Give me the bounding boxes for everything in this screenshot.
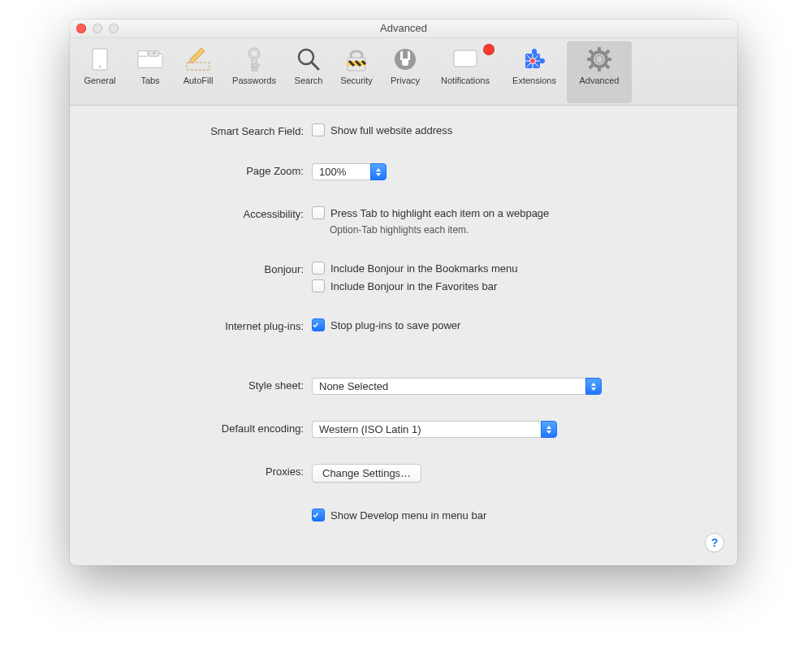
tab-highlight-checkbox[interactable]	[312, 206, 325, 219]
svg-point-29	[530, 58, 536, 64]
accessibility-label: Accessibility:	[94, 206, 312, 220]
passwords-icon	[241, 46, 267, 72]
svg-point-40	[596, 56, 603, 63]
extensions-icon	[521, 46, 547, 72]
tab-general[interactable]: General	[73, 41, 127, 103]
svg-line-15	[312, 63, 318, 69]
svg-rect-25	[454, 50, 477, 67]
bonjour-favorites-row[interactable]: Include Bonjour in the Favorites bar	[312, 279, 497, 292]
titlebar: Advanced	[70, 19, 737, 38]
tab-autofill[interactable]: AutoFill	[174, 41, 222, 103]
stepper-icon	[585, 378, 602, 395]
show-full-address-row[interactable]: Show full website address	[312, 123, 452, 136]
page-zoom-label: Page Zoom:	[94, 163, 312, 177]
autofill-icon	[185, 46, 211, 72]
tab-extensions[interactable]: Extensions	[502, 41, 567, 103]
tab-label: Security	[340, 76, 373, 85]
stylesheet-select[interactable]: None Selected	[312, 378, 602, 395]
accessibility-hint: Option-Tab highlights each item.	[330, 224, 469, 236]
tabs-icon: +	[137, 46, 163, 72]
tab-search[interactable]: Search	[286, 41, 331, 103]
tab-label: Search	[295, 76, 323, 85]
window-title: Advanced	[380, 22, 427, 34]
bonjour-favorites-label: Include Bonjour in the Favorites bar	[330, 280, 497, 292]
svg-rect-6	[187, 63, 209, 70]
change-settings-label: Change Settings…	[322, 467, 411, 479]
tab-notifications[interactable]: Notifications	[429, 41, 502, 103]
advanced-icon	[586, 46, 612, 72]
svg-rect-13	[252, 68, 257, 71]
help-icon: ?	[711, 536, 719, 549]
tab-label: Passwords	[232, 76, 276, 85]
tab-security[interactable]: Security	[331, 41, 382, 103]
tab-tabs[interactable]: + Tabs	[127, 41, 174, 103]
advanced-pane: Smart Search Field: Show full website ad…	[70, 106, 737, 546]
bonjour-bookmarks-checkbox[interactable]	[312, 262, 325, 275]
stop-plugins-label: Stop plug-ins to save power	[330, 319, 460, 331]
stop-plugins-row[interactable]: Stop plug-ins to save power	[312, 318, 460, 331]
close-window-button[interactable]	[76, 24, 86, 33]
encoding-value: Western (ISO Latin 1)	[312, 421, 541, 438]
bonjour-bookmarks-label: Include Bonjour in the Bookmarks menu	[330, 262, 518, 275]
tab-label: Extensions	[512, 76, 556, 85]
tab-label: Privacy	[391, 76, 420, 85]
proxies-label: Proxies:	[94, 464, 312, 478]
stepper-icon	[370, 163, 387, 180]
bonjour-favorites-checkbox[interactable]	[312, 279, 325, 292]
show-develop-label: Show Develop menu in menu bar	[330, 509, 486, 522]
tab-advanced[interactable]: Advanced	[567, 41, 632, 103]
tab-privacy[interactable]: Privacy	[382, 41, 429, 103]
tab-label: Advanced	[580, 76, 620, 85]
page-zoom-value: 100%	[312, 163, 370, 180]
plugins-label: Internet plug-ins:	[94, 318, 312, 332]
window-controls	[76, 24, 119, 33]
encoding-select[interactable]: Western (ISO Latin 1)	[312, 421, 557, 438]
tab-passwords[interactable]: Passwords	[222, 41, 286, 103]
stepper-icon	[541, 421, 557, 438]
search-icon	[296, 46, 322, 72]
general-icon	[87, 46, 113, 72]
zoom-window-button[interactable]	[109, 24, 119, 33]
bonjour-bookmarks-row[interactable]: Include Bonjour in the Bookmarks menu	[312, 262, 518, 275]
stop-plugins-checkbox[interactable]	[312, 318, 325, 331]
svg-rect-24	[402, 58, 408, 66]
preferences-window: Advanced General + Tabs	[70, 19, 737, 565]
show-develop-checkbox[interactable]	[312, 509, 325, 522]
show-full-address-checkbox[interactable]	[312, 123, 325, 136]
help-button[interactable]: ?	[705, 533, 724, 552]
tab-label: AutoFill	[184, 76, 214, 85]
security-icon	[343, 46, 369, 72]
notifications-icon	[452, 46, 478, 72]
notification-badge-icon	[484, 45, 494, 54]
smart-search-label: Smart Search Field:	[94, 123, 312, 137]
show-full-address-label: Show full website address	[330, 124, 452, 136]
svg-point-1	[99, 66, 101, 67]
svg-marker-7	[190, 48, 205, 63]
preferences-toolbar: General + Tabs AutoFill	[70, 38, 737, 106]
tab-label: Notifications	[441, 76, 490, 85]
tab-highlight-row[interactable]: Press Tab to highlight each item on a we…	[312, 206, 549, 219]
svg-rect-12	[252, 64, 259, 67]
change-settings-button[interactable]: Change Settings…	[312, 464, 421, 483]
tab-highlight-label: Press Tab to highlight each item on a we…	[330, 207, 549, 219]
svg-text:+: +	[153, 50, 156, 56]
tab-label: General	[84, 76, 115, 85]
privacy-icon	[392, 46, 418, 72]
page-zoom-select[interactable]: 100%	[312, 163, 387, 180]
tab-label: Tabs	[140, 76, 159, 85]
spacer-label	[94, 509, 312, 510]
svg-point-10	[252, 51, 257, 56]
svg-rect-3	[138, 51, 148, 57]
encoding-label: Default encoding:	[94, 421, 312, 435]
stylesheet-label: Style sheet:	[94, 378, 312, 392]
stylesheet-value: None Selected	[312, 378, 585, 395]
bonjour-label: Bonjour:	[94, 262, 312, 275]
show-develop-row[interactable]: Show Develop menu in menu bar	[312, 509, 486, 522]
minimize-window-button[interactable]	[93, 24, 102, 33]
